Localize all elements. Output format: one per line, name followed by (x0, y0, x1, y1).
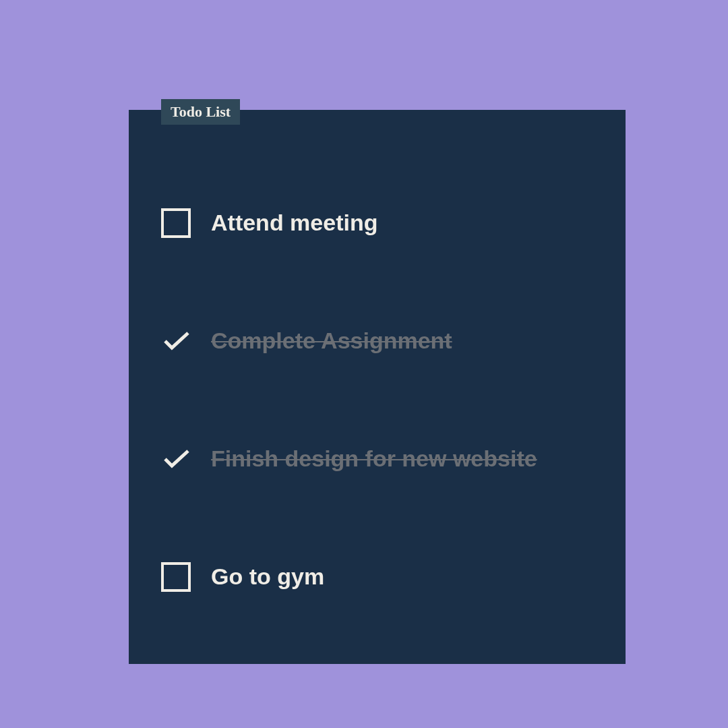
todo-label: Complete Assignment (211, 328, 452, 354)
todo-item[interactable]: Complete Assignment (161, 282, 593, 400)
card-title: Todo List (161, 99, 240, 125)
todo-list: Attend meeting Complete Assignment Finis… (129, 110, 626, 636)
checkbox-unchecked-icon[interactable] (161, 562, 191, 592)
todo-label: Attend meeting (211, 210, 377, 236)
todo-item[interactable]: Finish design for new website (161, 400, 593, 518)
todo-label: Finish design for new website (211, 446, 537, 472)
todo-card: Todo List Attend meeting Complete Assign… (129, 110, 626, 664)
todo-item[interactable]: Attend meeting (161, 164, 593, 282)
checkmark-icon[interactable] (161, 326, 191, 356)
checkbox-unchecked-icon[interactable] (161, 208, 191, 238)
checkmark-icon[interactable] (161, 444, 191, 474)
todo-item[interactable]: Go to gym (161, 518, 593, 636)
todo-label: Go to gym (211, 564, 324, 590)
